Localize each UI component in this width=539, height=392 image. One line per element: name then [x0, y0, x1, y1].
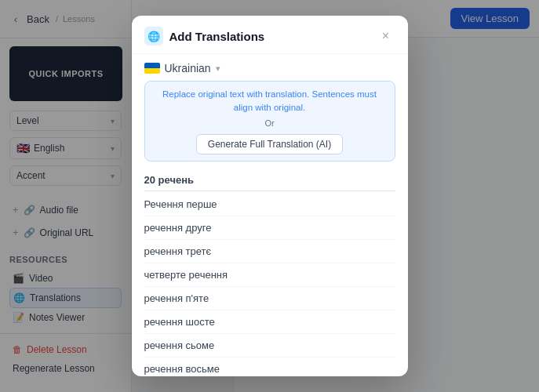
language-selector[interactable]: Ukrainian ▾	[144, 62, 220, 74]
list-item-5[interactable]: речення п'яте	[144, 287, 395, 310]
modal: 🌐 Add Translations × Ukrainian ▾ Replace…	[132, 16, 408, 376]
list-item-6[interactable]: речення шосте	[144, 310, 395, 334]
list-item-2[interactable]: речення друге	[144, 216, 395, 240]
list-item-4[interactable]: четверте речення	[144, 263, 395, 287]
list-item-8[interactable]: речення восьме	[144, 358, 395, 376]
selected-language: Ukrainian	[165, 62, 211, 74]
generate-translation-button[interactable]: Generate Full Translation (AI)	[196, 134, 343, 154]
translations-modal-icon: 🌐	[147, 31, 160, 42]
modal-info-box: Replace original text with translation. …	[144, 81, 395, 162]
modal-title: Add Translations	[169, 30, 265, 43]
flag-bottom	[144, 68, 160, 74]
language-chevron-icon: ▾	[216, 64, 220, 74]
modal-title-row: 🌐 Add Translations	[144, 27, 265, 45]
modal-icon: 🌐	[144, 27, 163, 45]
sentence-count: 20 речень	[144, 168, 395, 191]
modal-sentence-list: 20 речень Речення перше речення друге ре…	[132, 168, 408, 376]
list-item-3[interactable]: речення третє	[144, 240, 395, 263]
list-item-7[interactable]: речення сьоме	[144, 334, 395, 358]
modal-header: 🌐 Add Translations ×	[132, 16, 408, 54]
list-item-1[interactable]: Речення перше	[144, 193, 395, 216]
modal-close-button[interactable]: ×	[377, 27, 395, 45]
or-divider: Or	[155, 117, 385, 130]
flag-top	[144, 63, 160, 68]
modal-language-row: Ukrainian ▾	[132, 54, 408, 81]
modal-overlay[interactable]: 🌐 Add Translations × Ukrainian ▾ Replace…	[0, 0, 539, 392]
ua-flag-icon	[144, 63, 160, 74]
info-text: Replace original text with translation. …	[155, 88, 385, 115]
